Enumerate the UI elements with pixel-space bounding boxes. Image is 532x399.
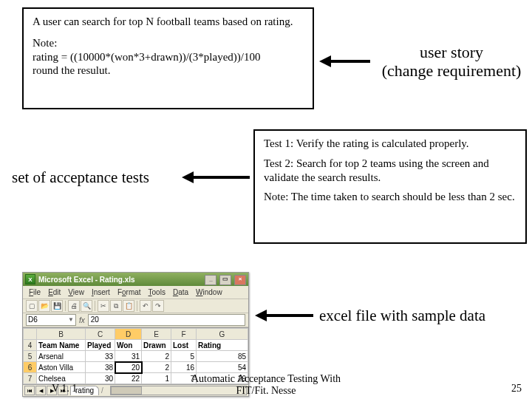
- cell[interactable]: Lost: [171, 340, 197, 351]
- copy-icon[interactable]: ⧉: [110, 300, 122, 312]
- paste-icon[interactable]: 📋: [123, 300, 134, 312]
- excel-label: excel file with sample data: [319, 307, 485, 325]
- footer-page: 25: [511, 383, 522, 395]
- cell[interactable]: Team Name: [37, 340, 86, 351]
- footer-center-1: Automatic Acceptance Testing With: [191, 373, 341, 384]
- menu-window[interactable]: Window: [193, 288, 225, 296]
- cell[interactable]: Arsenal: [37, 351, 86, 362]
- story-line1: A user can search for top N football tea…: [33, 15, 304, 29]
- cell[interactable]: Won: [115, 340, 142, 351]
- name-box-value: D6: [28, 315, 38, 325]
- test-1: Test 1: Verify the rating is calculated …: [264, 137, 516, 151]
- col-header[interactable]: F: [171, 329, 197, 340]
- table-row: 5 Arsenal 33 31 2 5 85: [24, 351, 248, 362]
- cell[interactable]: 2: [142, 351, 171, 362]
- redo-icon[interactable]: ↷: [152, 300, 164, 312]
- table-row: 6 Aston Villa 38 20 2 16 54: [24, 362, 248, 373]
- cell[interactable]: 16: [171, 362, 197, 373]
- cell[interactable]: Aston Villa: [37, 362, 86, 373]
- tests-box: Test 1: Verify the rating is calculated …: [253, 129, 527, 244]
- excel-formulabar: D6 ▼ fx 20: [23, 313, 248, 327]
- row-header[interactable]: 5: [24, 351, 37, 362]
- cell[interactable]: Played: [86, 340, 115, 351]
- tests-note: Note: The time taken to search should be…: [264, 190, 516, 204]
- cell[interactable]: 2: [142, 362, 171, 373]
- menu-tools[interactable]: Tools: [146, 288, 168, 296]
- cell[interactable]: 33: [86, 351, 115, 362]
- user-story-label-l2: (change requirement): [372, 61, 531, 80]
- print-icon[interactable]: 🖨: [68, 300, 80, 312]
- cell[interactable]: Rating: [197, 340, 248, 351]
- cell[interactable]: 5: [171, 351, 197, 362]
- test-2: Test 2: Search for top 2 teams using the…: [264, 157, 516, 185]
- excel-app-icon: X: [25, 274, 35, 284]
- menu-format[interactable]: Format: [115, 288, 144, 296]
- arrow-stem: [192, 176, 250, 179]
- menu-data[interactable]: Data: [170, 288, 191, 296]
- acceptance-tests-label: set of acceptance tests: [12, 168, 149, 187]
- arrow-stem: [330, 60, 370, 63]
- row-header[interactable]: 6: [24, 362, 37, 373]
- save-icon[interactable]: 💾: [51, 300, 63, 312]
- cell[interactable]: 31: [115, 351, 142, 362]
- excel-titlebar: X Microsoft Excel - Rating.xls _ ▭ ×: [23, 273, 248, 286]
- cell[interactable]: 85: [197, 351, 248, 362]
- cell[interactable]: Drawn: [142, 340, 171, 351]
- row-header[interactable]: 4: [24, 340, 37, 351]
- col-header[interactable]: E: [142, 329, 171, 340]
- table-row: 4 Team Name Played Won Drawn Lost Rating: [24, 340, 248, 351]
- story-note-label: Note:: [33, 36, 304, 50]
- footer-title: Automatic Acceptance Testing With FIT/Fi…: [0, 373, 532, 396]
- minimize-button[interactable]: _: [205, 275, 216, 285]
- chevron-down-icon[interactable]: ▼: [68, 315, 74, 325]
- user-story-box: A user can search for top N football tea…: [22, 7, 314, 109]
- col-header[interactable]: C: [86, 329, 115, 340]
- user-story-label-l1: user story: [372, 43, 531, 61]
- excel-toolbar: ▢ 📂 💾 🖨 🔍 ✂ ⧉ 📋 ↶ ↷: [23, 299, 248, 313]
- col-header[interactable]: D: [115, 329, 142, 340]
- arrow-stem: [265, 314, 313, 317]
- cell[interactable]: 38: [86, 362, 115, 373]
- cell[interactable]: 54: [197, 362, 248, 373]
- cut-icon[interactable]: ✂: [98, 300, 109, 312]
- undo-icon[interactable]: ↶: [140, 300, 151, 312]
- maximize-button[interactable]: ▭: [219, 275, 231, 285]
- window-controls: _ ▭ ×: [204, 274, 246, 285]
- corner-cell[interactable]: [24, 329, 37, 340]
- col-header[interactable]: B: [37, 329, 86, 340]
- excel-title: Microsoft Excel - Rating.xls: [38, 276, 135, 284]
- menu-insert[interactable]: Insert: [89, 288, 113, 296]
- cell[interactable]: 20: [115, 362, 142, 373]
- name-box[interactable]: D6 ▼: [26, 314, 76, 326]
- menu-edit[interactable]: Edit: [45, 288, 64, 296]
- excel-menubar: File Edit View Insert Format Tools Data …: [23, 286, 248, 299]
- story-formula: rating = ((10000*(won*3+drawn))/(3*playe…: [33, 50, 304, 64]
- menu-file[interactable]: File: [26, 288, 44, 296]
- story-round: round the resulut.: [33, 64, 304, 78]
- new-icon[interactable]: ▢: [26, 300, 38, 312]
- footer-center-2: FIT/Fit. Nesse: [236, 385, 296, 396]
- formula-value[interactable]: 20: [88, 314, 245, 326]
- preview-icon[interactable]: 🔍: [81, 300, 92, 312]
- fx-icon[interactable]: fx: [78, 316, 86, 324]
- close-button[interactable]: ×: [234, 275, 246, 285]
- user-story-label: user story (change requirement): [372, 43, 531, 81]
- col-header-row: B C D E F G: [24, 329, 248, 340]
- col-header[interactable]: G: [197, 329, 248, 340]
- open-icon[interactable]: 📂: [38, 300, 50, 312]
- menu-view[interactable]: View: [65, 288, 87, 296]
